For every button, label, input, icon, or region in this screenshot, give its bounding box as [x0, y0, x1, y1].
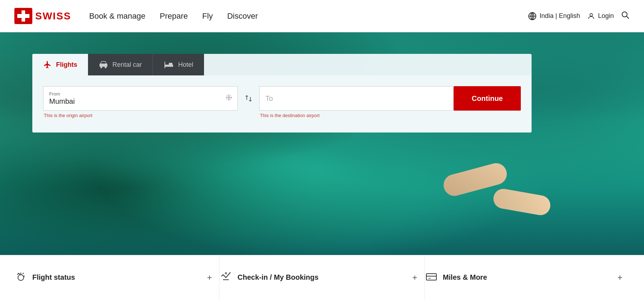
- header: SWISS Book & manage Prepare Fly Discover…: [0, 0, 644, 32]
- logo-text: SWISS: [35, 10, 71, 22]
- svg-point-22: [18, 275, 24, 280]
- to-field-group: To This is the destination airport: [259, 86, 454, 118]
- swiss-logo-icon: [14, 8, 32, 24]
- svg-point-16: [228, 97, 230, 98]
- tab-hotel[interactable]: Hotel: [153, 54, 204, 75]
- svg-point-23: [225, 273, 227, 274]
- quick-link-miles[interactable]: Miles & More +: [425, 255, 630, 299]
- svg-point-17: [226, 95, 231, 100]
- tab-rental-car[interactable]: Rental car: [88, 54, 153, 75]
- svg-line-9: [627, 16, 629, 19]
- nav-discover[interactable]: Discover: [227, 11, 258, 21]
- search-row: From Mumbai: [43, 86, 521, 118]
- hero-section: Flights Rental car: [0, 32, 644, 255]
- user-icon: [587, 12, 595, 20]
- continue-button[interactable]: Continue: [454, 86, 521, 111]
- locale-selector[interactable]: India | English: [528, 12, 580, 20]
- tab-hotel-label: Hotel: [178, 61, 193, 69]
- quick-links: Flight status + Check-in / My Bookings +: [14, 255, 630, 299]
- location-button[interactable]: [225, 94, 232, 103]
- miles-icon: [425, 270, 438, 285]
- swap-button[interactable]: [238, 86, 259, 111]
- logo[interactable]: SWISS: [14, 8, 71, 24]
- from-value: Mumbai: [49, 97, 232, 106]
- svg-rect-2: [17, 14, 29, 18]
- miles-label: Miles & More: [443, 273, 487, 282]
- from-label: From: [49, 91, 232, 97]
- quick-link-flight-status[interactable]: Flight status +: [14, 255, 219, 299]
- globe-icon: [528, 12, 537, 20]
- svg-point-11: [101, 67, 102, 69]
- plane-icon: [43, 60, 52, 69]
- flight-status-icon: [14, 270, 27, 285]
- car-icon: [99, 61, 108, 68]
- from-field-group: From Mumbai: [43, 86, 238, 118]
- checkin-label: Check-in / My Bookings: [237, 273, 319, 282]
- from-field-box[interactable]: From Mumbai: [43, 86, 238, 111]
- from-hint: This is the origin airport: [43, 113, 238, 118]
- svg-point-8: [622, 12, 627, 17]
- quick-link-checkin[interactable]: Check-in / My Bookings +: [219, 255, 425, 299]
- to-field-box[interactable]: To: [259, 86, 454, 111]
- tab-flights-label: Flights: [56, 61, 77, 69]
- checkin-plus[interactable]: +: [412, 273, 425, 283]
- swap-icon: [244, 94, 253, 103]
- nav-prepare[interactable]: Prepare: [160, 11, 188, 21]
- search-icon: [621, 11, 630, 19]
- header-right: India | English Login: [528, 11, 630, 22]
- nav-fly[interactable]: Fly: [202, 11, 213, 21]
- nav-book-manage[interactable]: Book & manage: [89, 11, 145, 21]
- svg-rect-10: [99, 64, 107, 67]
- flight-status-plus[interactable]: +: [207, 273, 219, 283]
- main-nav: Book & manage Prepare Fly Discover: [89, 11, 528, 21]
- booking-panel: Flights Rental car: [32, 54, 532, 133]
- to-hint: This is the destination airport: [259, 113, 454, 118]
- miles-plus[interactable]: +: [617, 273, 630, 283]
- location-icon: [225, 94, 232, 101]
- tab-rental-car-label: Rental car: [112, 61, 142, 69]
- checkin-icon: [219, 270, 232, 285]
- booking-tabs: Flights Rental car: [32, 54, 532, 75]
- bed-icon: [164, 61, 174, 68]
- login-button[interactable]: Login: [587, 12, 614, 20]
- svg-rect-24: [426, 274, 436, 280]
- booking-body: From Mumbai: [32, 75, 532, 133]
- tab-flights[interactable]: Flights: [32, 54, 88, 75]
- search-button[interactable]: [621, 11, 630, 22]
- bottom-section: Flight status + Check-in / My Bookings +: [0, 255, 644, 302]
- flight-status-label: Flight status: [32, 273, 75, 282]
- login-label: Login: [598, 12, 614, 20]
- locale-label: India | English: [539, 12, 580, 20]
- svg-point-7: [590, 13, 592, 16]
- svg-rect-15: [165, 62, 165, 68]
- svg-point-12: [105, 67, 107, 69]
- svg-rect-14: [169, 63, 172, 65]
- to-placeholder: To: [265, 94, 448, 103]
